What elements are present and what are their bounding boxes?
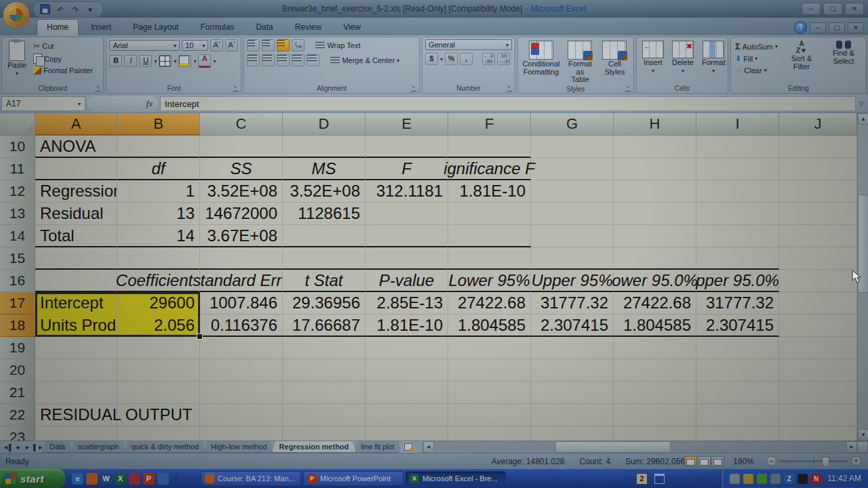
tray-icon-1[interactable] (730, 474, 740, 484)
cell-G19[interactable] (531, 337, 614, 359)
cell-G18[interactable]: 2.307415 (531, 314, 614, 337)
cell-D21[interactable] (283, 382, 366, 404)
cell-G20[interactable] (531, 359, 614, 382)
zoom-out-button[interactable]: – (766, 456, 776, 466)
cell-F10[interactable] (448, 136, 531, 158)
cell-C16[interactable]: tandard Err (200, 270, 283, 292)
cell-A19[interactable] (35, 337, 117, 359)
zoom-slider[interactable]: – + (766, 453, 861, 469)
cell-J22[interactable] (779, 404, 857, 426)
cell-I19[interactable] (696, 337, 779, 359)
cell-H14[interactable] (614, 225, 696, 247)
column-header-I[interactable]: I (696, 113, 779, 136)
first-sheet-button[interactable]: ◄▌ (3, 444, 12, 451)
column-header-H[interactable]: H (614, 113, 696, 136)
start-button[interactable]: start (0, 469, 65, 488)
cell-D17[interactable]: 29.36956 (283, 292, 366, 314)
cell-B23[interactable] (117, 426, 200, 441)
ribbon-tab-page-layout[interactable]: Page Layout (123, 20, 188, 35)
explorer-icon[interactable] (157, 473, 169, 485)
cell-F12[interactable]: 1.81E-10 (448, 180, 531, 203)
cell-J19[interactable] (779, 337, 857, 359)
scroll-right-arrow[interactable]: ► (846, 441, 857, 453)
cell-D15[interactable] (283, 247, 366, 270)
cell-G15[interactable] (531, 247, 614, 270)
cell-A22[interactable]: RESIDUAL OUTPUT (35, 404, 117, 426)
top-align-button[interactable] (247, 39, 260, 52)
cell-I22[interactable] (696, 404, 779, 426)
formula-bar-expand-button[interactable]: ▽ (856, 100, 867, 107)
cell-I13[interactable] (696, 203, 779, 225)
cell-F15[interactable] (448, 247, 531, 270)
format-cells-button[interactable]: Format▾ (699, 39, 728, 83)
cell-I17[interactable]: 31777.32 (696, 292, 779, 314)
row-header-13[interactable]: 13 (0, 203, 35, 225)
cell-G17[interactable]: 31777.32 (531, 292, 614, 314)
clipboard-dialog-launcher[interactable] (95, 85, 101, 92)
cell-G11[interactable] (531, 158, 614, 180)
cell-J10[interactable] (779, 136, 857, 158)
cell-B11[interactable]: df (117, 158, 200, 180)
cell-C13[interactable]: 14672000 (200, 203, 283, 225)
italic-button[interactable]: I (124, 55, 137, 67)
customize-qat-button[interactable]: ▾ (85, 4, 96, 15)
cell-F11[interactable]: ignificance F (448, 158, 531, 180)
conditional-formatting-button[interactable]: ConditionalFormatting (521, 39, 561, 85)
grow-font-button[interactable]: Aˆ (210, 39, 223, 52)
borders-button[interactable] (159, 55, 172, 67)
underline-dropdown-arrow[interactable]: ▾ (154, 58, 157, 64)
cell-C15[interactable] (200, 247, 283, 270)
cell-A15[interactable] (35, 247, 117, 270)
row-header-12[interactable]: 12 (0, 180, 35, 203)
undo-button[interactable]: ↶ (55, 4, 66, 15)
cell-F21[interactable] (448, 382, 531, 404)
normal-view-button[interactable] (684, 456, 697, 467)
alignment-dialog-launcher[interactable] (411, 85, 417, 92)
row-header-10[interactable]: 10 (0, 136, 35, 158)
cell-B14[interactable]: 14 (117, 225, 200, 247)
styles-dialog-launcher[interactable] (625, 85, 631, 92)
sheet-tab-line-fit-plot[interactable]: line fit plot (353, 441, 402, 453)
column-header-J[interactable]: J (779, 113, 857, 136)
cell-A12[interactable]: Regression (35, 180, 117, 203)
font-dialog-launcher[interactable] (233, 85, 239, 92)
cell-H18[interactable]: 1.804585 (614, 314, 696, 337)
cell-G12[interactable] (531, 180, 614, 203)
zoom-thumb[interactable] (822, 457, 829, 467)
cell-B18[interactable]: 2.056 (117, 314, 200, 337)
align-center-button[interactable] (262, 54, 275, 66)
cell-B20[interactable] (117, 359, 200, 382)
cell-C18[interactable]: 0.116376 (200, 314, 283, 337)
cell-I15[interactable] (696, 247, 779, 270)
column-header-A[interactable]: A (35, 113, 117, 136)
cell-I18[interactable]: 2.307415 (696, 314, 779, 337)
cell-D12[interactable]: 3.52E+08 (283, 180, 366, 203)
cell-H21[interactable] (614, 382, 696, 404)
cell-B13[interactable]: 13 (117, 203, 200, 225)
row-header-14[interactable]: 14 (0, 225, 35, 247)
restore-button[interactable]: ▢ (823, 3, 842, 15)
cell-D11[interactable]: MS (283, 158, 366, 180)
cell-I14[interactable] (696, 225, 779, 247)
row-header-20[interactable]: 20 (0, 359, 35, 382)
merge-center-button[interactable]: Merge & Center▾ (329, 56, 401, 65)
cell-C12[interactable]: 3.52E+08 (200, 180, 283, 203)
decrease-decimal-button[interactable]: .00→.0 (497, 53, 510, 65)
tray-icon-5[interactable]: Z (784, 474, 794, 484)
align-left-button[interactable] (247, 54, 260, 66)
redo-button[interactable]: ↷ (70, 4, 81, 15)
ribbon-tab-home[interactable]: Home (37, 19, 79, 35)
cell-H15[interactable] (614, 247, 696, 270)
delete-cells-button[interactable]: Delete▾ (669, 39, 696, 83)
cell-B22[interactable] (117, 404, 200, 426)
number-format-select[interactable]: General▾ (425, 39, 512, 50)
keyboard-layout-badge[interactable]: 2 (636, 473, 648, 485)
cell-G13[interactable] (531, 203, 614, 225)
cell-J21[interactable] (779, 382, 857, 404)
cell-F20[interactable] (448, 359, 531, 382)
ribbon-tab-view[interactable]: View (334, 20, 370, 35)
row-header-21[interactable]: 21 (0, 382, 35, 404)
increase-indent-button[interactable] (307, 54, 319, 66)
cell-E12[interactable]: 312.1181 (366, 180, 448, 203)
column-header-F[interactable]: F (448, 113, 531, 136)
